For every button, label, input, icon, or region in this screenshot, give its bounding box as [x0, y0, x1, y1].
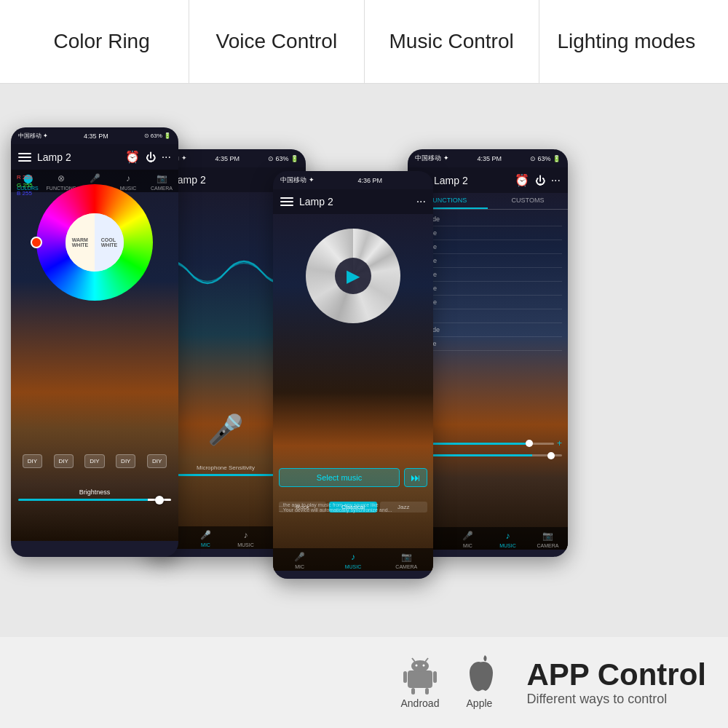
phone4-status-bar: 中国移动 ✦ 4:35 PM ⊙ 63% 🔋	[408, 149, 568, 167]
store-icons: Androad Apple	[400, 657, 497, 709]
tab-music4[interactable]: ♪ MUSIC	[488, 530, 528, 548]
warm-cool-text: WARMWHITE COOLWHITE	[66, 213, 124, 272]
mode-item-2[interactable]: hange	[414, 226, 562, 240]
brightness-thumb-p4[interactable]	[547, 452, 555, 459]
wheel-selector[interactable]	[31, 237, 42, 248]
header-col2-label: Voice Control	[216, 30, 338, 53]
more-icon-p3[interactable]: ···	[416, 195, 426, 208]
select-music-row: Select music ⏭	[279, 468, 427, 487]
android-label: Androad	[400, 697, 439, 709]
diy-btn-2[interactable]: DIY	[54, 454, 74, 468]
phone1-color-ring: 中国移动 ✦ 4:35 PM ⊙ 63% 🔋 Lamp 2 ⏰ ⏻ ··· R …	[11, 127, 178, 557]
color-wheel[interactable]: WARMWHITE COOLWHITE	[36, 184, 153, 301]
camera4-icon: 📷	[542, 530, 554, 542]
android-svg	[402, 654, 438, 695]
svg-line-4	[412, 658, 415, 662]
phone4-carrier: 中国移动 ✦	[415, 154, 449, 163]
phone2-battery: ⊙ 63% 🔋	[268, 155, 298, 162]
alarm-icon[interactable]: ⏰	[125, 150, 140, 164]
select-music-button[interactable]: Select music	[279, 468, 400, 487]
speed-thumb[interactable]	[526, 440, 533, 447]
tab-customs-p4[interactable]: CUSTOMS	[488, 193, 568, 209]
phone3-content: ▶ Select music ⏭ Rock Classical Jazz ...…	[273, 214, 433, 571]
phone2-title: Lamp 2	[172, 174, 289, 186]
cd-play-button[interactable]: ▶	[335, 258, 371, 294]
mode-item-6[interactable]: hange	[414, 282, 562, 296]
diy-btn-4[interactable]: DIY	[116, 454, 135, 468]
svg-point-2	[415, 665, 417, 667]
mode-item-7[interactable]: hange	[414, 296, 562, 309]
brightness-thumb[interactable]	[155, 496, 164, 505]
phone1-title: Lamp 2	[37, 151, 125, 163]
more-icon-p4[interactable]: ···	[551, 174, 561, 187]
phone1-menu-icon[interactable]	[18, 153, 31, 162]
header-col-4: Lighting modes	[539, 0, 713, 83]
phone3-status-bar: 中国移动 ✦ 4:36 PM	[273, 171, 433, 189]
speed-slider[interactable]	[414, 443, 554, 445]
apple-label: Apple	[467, 697, 493, 709]
phone1-battery: ⊙ 63% 🔋	[144, 132, 171, 139]
main-container: Color Ring Voice Control Music Control L…	[0, 0, 728, 728]
diy-btn-3[interactable]: DIY	[84, 454, 104, 468]
svg-point-3	[422, 665, 424, 667]
svg-rect-6	[403, 671, 407, 683]
music4-icon: ♪	[502, 530, 514, 542]
phones-area: 中国移动 ✦ 4:35 PM ⊙ 63% 🔋 Lamp 2 ⏰ ⏻ ··· R …	[0, 84, 728, 637]
tab-music3[interactable]: ♪ MUSIC	[326, 551, 379, 569]
mode-item-1[interactable]: ss fade	[414, 213, 562, 226]
camera-icon: 📷	[156, 173, 167, 184]
mic2-icon: 🎤	[200, 529, 212, 541]
rgb-r: R 255	[17, 173, 33, 181]
header-col4-label: Lighting modes	[557, 30, 695, 53]
app-control-subtitle: Different ways to control	[526, 692, 706, 707]
fast-forward-button[interactable]: ⏭	[404, 468, 427, 487]
phone4-nav-icons: ⏰ ⏻ ···	[515, 173, 561, 187]
functions-icon: ⊗	[55, 173, 67, 184]
brightness-slider-p4[interactable]	[414, 454, 562, 456]
header-col-1: Color Ring	[15, 0, 189, 83]
phone3-time: 4:36 PM	[357, 177, 382, 184]
mode-item-9[interactable]: ss fade	[414, 323, 562, 337]
color-wheel-container[interactable]: WARMWHITE COOLWHITE	[36, 184, 153, 301]
mode-item-4[interactable]: hange	[414, 254, 562, 268]
mode-item-5[interactable]: hange	[414, 268, 562, 282]
phone1-nav-icons: ⏰ ⏻ ···	[125, 150, 171, 164]
color-wheel-inner: WARMWHITE COOLWHITE	[66, 213, 124, 272]
tab-mic3[interactable]: 🎤 MIC	[273, 551, 326, 569]
tab-camera4[interactable]: 📷 CAMERA	[528, 530, 568, 548]
camera3-icon: 📷	[400, 551, 412, 563]
power-icon[interactable]: ⏻	[146, 151, 156, 163]
cool-side: COOLWHITE	[95, 213, 124, 272]
diy-btn-5[interactable]: DIY	[147, 454, 167, 468]
phone3-carrier: 中国移动 ✦	[280, 175, 314, 185]
brightness-slider[interactable]	[18, 499, 171, 501]
music3-icon: ♪	[347, 551, 359, 563]
alarm-icon-p4[interactable]: ⏰	[515, 173, 529, 187]
phone1-time: 4:35 PM	[84, 132, 108, 140]
power-icon-p4[interactable]: ⏻	[535, 175, 545, 186]
phone3-bottom-tabs: 🎤 MIC ♪ MUSIC 📷 CAMERA	[273, 548, 433, 571]
tab-camera3[interactable]: 📷 CAMERA	[380, 551, 433, 569]
music2-icon: ♪	[240, 529, 252, 541]
tab-mic2[interactable]: 🎤 MIC	[186, 529, 226, 547]
header-col-2: Voice Control	[189, 0, 364, 83]
phone3-menu-icon[interactable]	[280, 197, 293, 206]
android-store-item[interactable]: Androad	[400, 657, 439, 709]
apple-svg	[461, 654, 497, 695]
plus-icon[interactable]: +	[557, 438, 562, 448]
tab-mic4[interactable]: 🎤 MIC	[448, 530, 488, 548]
cd-disc: ▶	[306, 229, 400, 323]
phone4-battery: ⊙ 63% 🔋	[530, 155, 561, 162]
mode-item-10[interactable]: s fade	[414, 337, 562, 351]
slider-row: +	[414, 438, 562, 462]
mode-item-8[interactable]: hage	[414, 309, 562, 323]
mic-icon: 🎤	[89, 173, 100, 184]
apple-store-item[interactable]: Apple	[461, 657, 497, 709]
diy-btn-1[interactable]: DIY	[23, 454, 42, 468]
more-icon[interactable]: ···	[162, 151, 171, 164]
tab-music2[interactable]: ♪ MUSIC	[226, 529, 266, 547]
mic3-icon: 🎤	[294, 551, 306, 563]
slider-line-2	[414, 454, 562, 456]
mode-item-3[interactable]: hange	[414, 240, 562, 254]
bottom-area: Androad Apple APP Control Diffe	[0, 637, 728, 728]
